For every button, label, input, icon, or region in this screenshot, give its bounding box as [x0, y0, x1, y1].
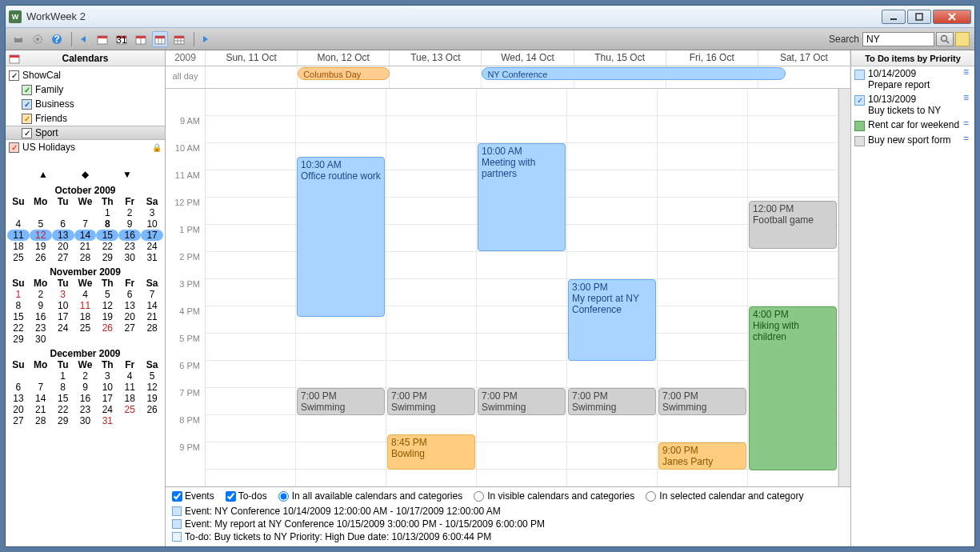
- mini-cal-day[interactable]: 2: [74, 370, 97, 382]
- calendar-event[interactable]: 12:00 PMFootball game: [749, 201, 837, 249]
- minimize-button[interactable]: [882, 10, 906, 24]
- mini-cal-day[interactable]: 15: [96, 230, 118, 241]
- help-icon[interactable]: ?: [49, 31, 65, 47]
- week-view-icon[interactable]: [152, 31, 168, 47]
- todo-item[interactable]: 10/14/2009 Prepare report≡: [851, 66, 974, 92]
- mini-cal-day[interactable]: 28: [74, 252, 97, 263]
- mini-cal-day[interactable]: 6: [118, 289, 141, 300]
- mini-cal-day[interactable]: 23: [74, 404, 97, 415]
- calendar-event[interactable]: 7:00 PMSwimming: [568, 388, 656, 415]
- todo-item[interactable]: Buy new sport form=: [851, 133, 974, 148]
- prev-month-icon[interactable]: ▲: [38, 169, 48, 180]
- grid-days[interactable]: 10:30 AMOffice routine work7:00 PMSwimmi…: [206, 89, 838, 486]
- mini-cal-day[interactable]: 7: [30, 382, 52, 393]
- checkbox-icon[interactable]: [22, 128, 32, 138]
- mini-cal-day[interactable]: 30: [74, 415, 97, 426]
- mini-cal-day[interactable]: 29: [52, 415, 74, 426]
- mini-cal-day[interactable]: 17: [96, 393, 118, 404]
- calendar-item[interactable]: US Holidays🔒: [6, 140, 165, 154]
- todo-checkbox[interactable]: [854, 70, 865, 80]
- calendar-event[interactable]: 7:00 PMSwimming: [658, 388, 746, 415]
- day-header[interactable]: Wed, 14 Oct: [482, 50, 574, 66]
- mini-cal-day[interactable]: 31: [141, 252, 163, 263]
- mini-cal-day[interactable]: 28: [30, 415, 52, 426]
- todos-checkbox[interactable]: To-dos: [226, 490, 267, 502]
- mini-cal-day[interactable]: 4: [7, 218, 30, 230]
- calendar-event[interactable]: 7:00 PMSwimming: [478, 388, 566, 415]
- notes-icon[interactable]: [955, 32, 970, 46]
- mini-cal-day[interactable]: 19: [30, 241, 52, 252]
- mini-cal-day[interactable]: 23: [118, 241, 141, 252]
- mini-cal-day[interactable]: 11: [7, 230, 30, 241]
- mini-cal-day[interactable]: 24: [96, 404, 118, 415]
- back-icon[interactable]: [75, 31, 91, 47]
- mini-cal-day[interactable]: 11: [74, 300, 97, 311]
- search-result[interactable]: Event: My report at NY Conference 10/15/…: [172, 518, 844, 530]
- mini-cal-day[interactable]: 30: [30, 334, 52, 345]
- close-button[interactable]: [933, 10, 971, 24]
- mini-cal-day[interactable]: 27: [118, 322, 141, 334]
- checkbox-icon[interactable]: [22, 114, 32, 124]
- next-month-icon[interactable]: ▼: [122, 169, 132, 180]
- mini-cal-day[interactable]: 7: [141, 289, 163, 300]
- allday-event[interactable]: NY Conference: [482, 67, 786, 80]
- maximize-button[interactable]: [907, 10, 931, 24]
- checkbox-icon[interactable]: [9, 70, 19, 81]
- day-header[interactable]: Tue, 13 Oct: [390, 50, 482, 66]
- mini-cal-day[interactable]: 17: [141, 230, 163, 241]
- mini-cal-day[interactable]: 13: [118, 300, 141, 311]
- print-icon[interactable]: [10, 31, 26, 47]
- day-header[interactable]: Mon, 12 Oct: [298, 50, 390, 66]
- events-checkbox[interactable]: Events: [172, 490, 214, 502]
- mini-cal-day[interactable]: 10: [141, 218, 163, 230]
- day-column[interactable]: 3:00 PMMy report at NY Conference7:00 PM…: [567, 89, 658, 486]
- mini-cal-day[interactable]: 20: [7, 404, 30, 415]
- search-input[interactable]: [862, 32, 934, 46]
- today-icon[interactable]: [94, 31, 110, 47]
- mini-cal-day[interactable]: 21: [30, 404, 52, 415]
- mini-cal-day[interactable]: 28: [141, 322, 163, 334]
- mini-cal-day[interactable]: 1: [7, 289, 30, 300]
- checkbox-icon[interactable]: [22, 85, 32, 95]
- mini-cal-day[interactable]: 14: [141, 300, 163, 311]
- calendar-event[interactable]: 3:00 PMMy report at NY Conference: [568, 279, 656, 361]
- search-result[interactable]: To-do: Buy tickets to NY Priority: High …: [172, 530, 844, 543]
- scope-selected-radio[interactable]: In selected calendar and category: [646, 490, 803, 502]
- mini-cal-day[interactable]: 4: [74, 289, 97, 300]
- mini-cal-day[interactable]: 18: [118, 393, 141, 404]
- mini-cal-day[interactable]: 5: [141, 370, 163, 382]
- mini-cal-day[interactable]: 9: [118, 218, 141, 230]
- scope-all-radio[interactable]: In all available calendars and categorie…: [278, 490, 462, 502]
- mini-cal-day[interactable]: 6: [7, 382, 30, 393]
- mini-cal-day[interactable]: 20: [118, 311, 141, 322]
- day-column[interactable]: 10:30 AMOffice routine work7:00 PMSwimmi…: [296, 89, 386, 486]
- mini-cal-day[interactable]: 31: [96, 415, 118, 426]
- calendar-event[interactable]: 9:00 PMJanes Party: [658, 442, 746, 470]
- todo-checkbox[interactable]: [854, 136, 865, 146]
- mini-cal-day[interactable]: 16: [74, 393, 97, 404]
- mini-cal-day[interactable]: 16: [30, 311, 52, 322]
- checkbox-icon[interactable]: [22, 99, 32, 110]
- mini-cal-day[interactable]: 25: [74, 322, 97, 334]
- mini-cal-day[interactable]: 15: [7, 311, 30, 322]
- todo-checkbox[interactable]: [854, 121, 865, 131]
- current-month-icon[interactable]: ◆: [82, 169, 89, 180]
- mini-cal-day[interactable]: 2: [118, 207, 141, 218]
- mini-cal-day[interactable]: 24: [52, 322, 74, 334]
- calendar-item[interactable]: ShowCal: [6, 68, 165, 82]
- mini-cal-day[interactable]: 4: [118, 370, 141, 382]
- mini-cal-day[interactable]: 6: [52, 218, 74, 230]
- mini-cal-day[interactable]: 27: [52, 252, 74, 263]
- month-view-icon[interactable]: [171, 31, 187, 47]
- settings-icon[interactable]: [30, 31, 46, 47]
- mini-cal-day[interactable]: 1: [96, 207, 118, 218]
- search-icon[interactable]: [936, 32, 954, 46]
- mini-cal-day[interactable]: 14: [74, 230, 97, 241]
- day-column[interactable]: 10:00 AMMeeting with partners7:00 PMSwim…: [477, 89, 567, 486]
- mini-cal-day[interactable]: 19: [96, 311, 118, 322]
- mini-cal-day[interactable]: 26: [141, 404, 163, 415]
- workweek-view-icon[interactable]: [133, 31, 149, 47]
- calendar-event[interactable]: 10:30 AMOffice routine work: [297, 157, 385, 317]
- mini-cal-day[interactable]: 11: [118, 382, 141, 393]
- mini-cal-day[interactable]: 26: [30, 252, 52, 263]
